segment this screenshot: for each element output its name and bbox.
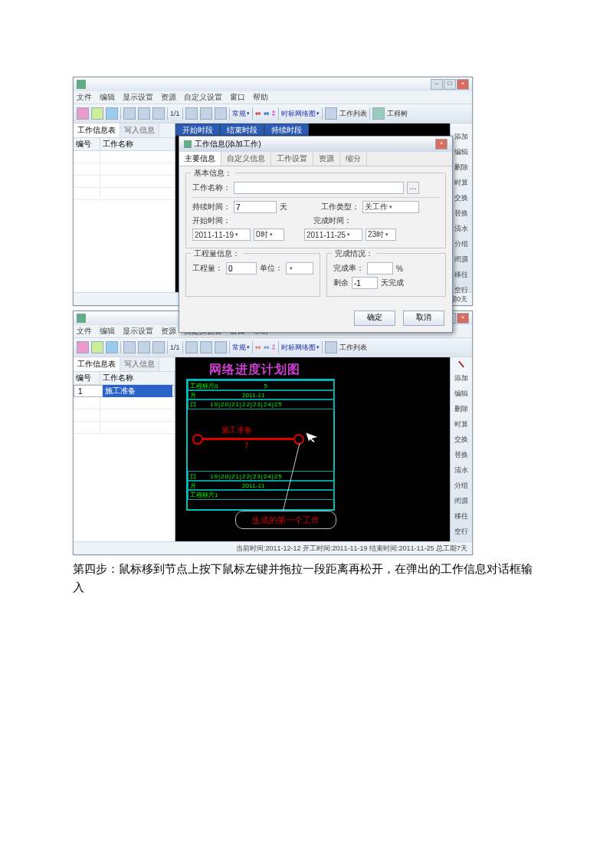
ok-button[interactable]: 确定 <box>354 311 395 326</box>
tree-button[interactable]: 工程树 <box>387 109 408 119</box>
menu-item[interactable]: 编辑 <box>100 92 115 103</box>
menu-item[interactable]: 编辑 <box>100 326 115 337</box>
toolbar-icon[interactable] <box>152 341 165 353</box>
mode-dropdown[interactable]: 常规▾ <box>232 109 250 119</box>
start-date-picker[interactable]: 2011-11-19▾ <box>192 229 251 241</box>
toolbar-icon[interactable] <box>106 107 118 120</box>
tool-button[interactable]: 移往 <box>454 270 468 280</box>
tool-button[interactable]: 删除 <box>454 163 468 173</box>
remain-input[interactable] <box>352 277 378 289</box>
dialog-close-button[interactable]: × <box>435 139 447 150</box>
pencil-icon[interactable] <box>458 361 464 368</box>
menu-item[interactable]: 帮助 <box>253 92 268 103</box>
canvas-area[interactable]: 网络进度计划图 工程标尺05 月2011-11 日19|20|21|22|23|… <box>175 357 450 541</box>
worklist-button[interactable]: 工作列表 <box>339 343 367 353</box>
qty-input[interactable] <box>226 262 257 275</box>
table-row[interactable] <box>74 409 175 422</box>
pct-input[interactable] <box>367 262 393 275</box>
tool-button[interactable]: 交换 <box>454 435 468 445</box>
tool-button[interactable]: 添加 <box>454 132 468 142</box>
toolbar-icon[interactable] <box>185 341 198 353</box>
tool-button[interactable]: 删除 <box>454 404 468 414</box>
tool-button[interactable]: 闭源 <box>454 496 468 506</box>
menu-item[interactable]: 资源 <box>161 92 176 103</box>
tool-button[interactable]: 移往 <box>454 511 468 521</box>
tool-button[interactable]: 分组 <box>454 481 468 491</box>
canvas-area[interactable]: 开始时段 结束时段 持续时段 工作信息(添加工作) × 主要信息 自定义信息 工… <box>175 123 450 292</box>
close-button[interactable]: × <box>457 79 469 90</box>
dialog-tab[interactable]: 资源 <box>313 152 340 166</box>
view-dropdown[interactable]: 时标网络图▾ <box>281 343 320 353</box>
task-tab[interactable]: 持续时段 <box>264 123 309 136</box>
menu-item[interactable]: 窗口 <box>230 92 245 103</box>
toolbar-icon[interactable] <box>91 107 103 120</box>
tool-button[interactable]: 添加 <box>454 373 468 383</box>
tool-button[interactable]: 时算 <box>454 178 468 188</box>
dropdown-button[interactable]: … <box>407 182 419 194</box>
zoom-icon[interactable] <box>123 107 136 120</box>
tool-button[interactable]: 清水 <box>454 465 468 475</box>
toolbar-icon[interactable] <box>200 341 212 353</box>
table-row[interactable] <box>74 188 175 200</box>
table-row[interactable]: 1 施工准备 <box>74 385 175 397</box>
view-dropdown[interactable]: 时标网络图▾ <box>281 109 320 119</box>
toolbar-icon[interactable] <box>200 107 212 120</box>
dialog-titlebar[interactable]: 工作信息(添加工作) × <box>179 136 452 152</box>
tool-button[interactable]: 闭源 <box>454 255 468 265</box>
tool-button[interactable]: 时算 <box>454 419 468 429</box>
tool-button[interactable]: 清水 <box>454 224 468 234</box>
task-tab[interactable]: 结束时段 <box>220 123 264 136</box>
duration-input[interactable] <box>234 201 277 213</box>
table-row[interactable] <box>74 397 175 409</box>
tool-button[interactable]: 分组 <box>454 239 468 249</box>
left-tab[interactable]: 写入信息 <box>120 123 159 137</box>
tool-button[interactable]: 替换 <box>454 450 468 460</box>
menu-item[interactable]: 显示设置 <box>123 92 153 103</box>
pencil-icon[interactable] <box>461 126 462 127</box>
type-select[interactable]: 关工作▾ <box>362 201 419 213</box>
left-tab[interactable]: 工作信息表 <box>74 357 120 371</box>
cancel-button[interactable]: 取消 <box>403 311 444 326</box>
tool-button[interactable]: 空行 <box>454 527 468 537</box>
dialog-tab[interactable]: 缩分 <box>340 152 367 166</box>
dialog-tab[interactable]: 主要信息 <box>179 152 221 166</box>
toolbar-icon[interactable] <box>152 107 165 120</box>
tool-button[interactable]: 编辑 <box>454 389 468 399</box>
table-row[interactable] <box>74 151 175 163</box>
menu-item[interactable]: 文件 <box>77 92 92 103</box>
toolbar-icon[interactable] <box>123 341 136 353</box>
end-time-picker[interactable]: 23时▾ <box>366 229 396 241</box>
list-icon[interactable] <box>325 341 337 353</box>
menu-item[interactable]: 资源 <box>161 326 176 337</box>
table-row[interactable] <box>74 163 175 176</box>
tool-button[interactable]: 交换 <box>454 193 468 203</box>
task-tab[interactable]: 开始时段 <box>175 123 220 136</box>
tool-button[interactable]: 编辑 <box>454 147 468 157</box>
list-icon[interactable] <box>325 107 337 120</box>
toolbar-icon[interactable] <box>138 107 150 120</box>
toolbar-icon[interactable] <box>77 341 89 353</box>
close-button[interactable]: × <box>457 313 469 324</box>
start-time-picker[interactable]: 0时▾ <box>254 229 284 241</box>
menu-item[interactable]: 文件 <box>77 326 92 337</box>
menu-item[interactable]: 自定义设置 <box>184 92 222 103</box>
end-date-picker[interactable]: 2011-11-25▾ <box>304 229 362 241</box>
toolbar-icon[interactable] <box>91 341 103 353</box>
toolbar-icon[interactable] <box>215 341 227 353</box>
toolbar-icon[interactable] <box>77 107 89 120</box>
toolbar-icon[interactable] <box>138 341 150 353</box>
mode-dropdown[interactable]: 常规▾ <box>232 343 250 353</box>
table-row[interactable] <box>74 176 175 188</box>
unit-select[interactable]: ▾ <box>286 262 313 275</box>
tool-button[interactable]: 替换 <box>454 209 468 219</box>
toolbar-icon[interactable] <box>215 107 227 120</box>
min-button[interactable]: – <box>431 79 443 90</box>
toolbar-icon[interactable] <box>185 107 198 120</box>
worklist-button[interactable]: 工作列表 <box>339 109 367 119</box>
toolbar-icon[interactable] <box>106 341 118 353</box>
name-input[interactable] <box>234 182 404 194</box>
max-button[interactable]: □ <box>444 79 456 90</box>
tree-icon[interactable] <box>372 107 385 120</box>
dialog-tab[interactable]: 自定义信息 <box>221 152 271 166</box>
left-tab[interactable]: 写入信息 <box>120 357 159 371</box>
